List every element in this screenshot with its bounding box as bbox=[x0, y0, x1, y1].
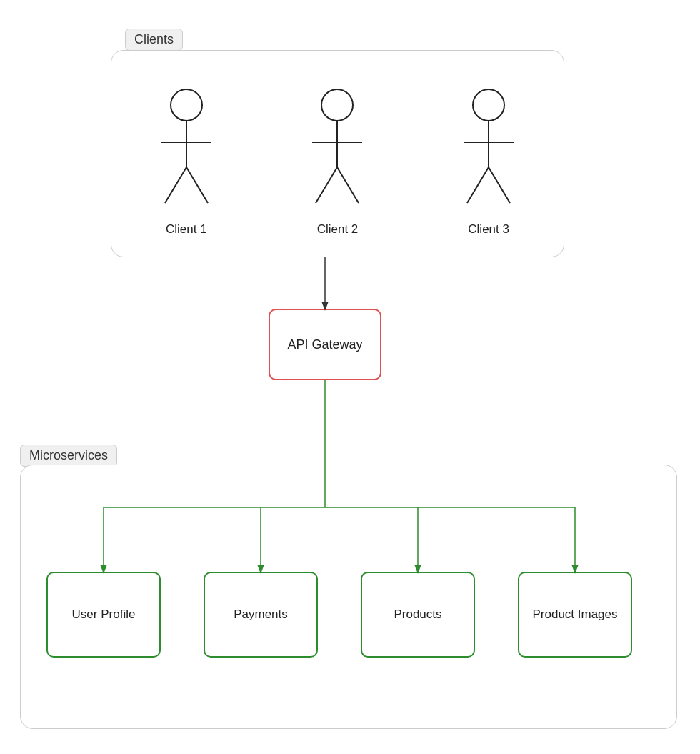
user-profile-label: User Profile bbox=[72, 607, 136, 622]
client-3-svg bbox=[456, 85, 521, 214]
service-payments: Payments bbox=[204, 572, 318, 658]
svg-point-5 bbox=[321, 89, 353, 121]
clients-label: Clients bbox=[125, 29, 183, 51]
svg-line-8 bbox=[316, 167, 337, 203]
diagram-container: Clients Client 1 bbox=[0, 0, 700, 754]
client-3-figure: Client 3 bbox=[456, 85, 521, 237]
product-images-label: Product Images bbox=[532, 607, 617, 622]
service-user-profile: User Profile bbox=[46, 572, 161, 658]
client-2-figure: Client 2 bbox=[305, 85, 369, 237]
service-product-images: Product Images bbox=[518, 572, 632, 658]
api-gateway-box: API Gateway bbox=[269, 309, 381, 380]
svg-line-3 bbox=[165, 167, 186, 203]
client-1-svg bbox=[154, 85, 219, 214]
client-1-figure: Client 1 bbox=[154, 85, 219, 237]
client-2-label: Client 2 bbox=[317, 222, 359, 237]
svg-line-4 bbox=[186, 167, 208, 203]
svg-point-10 bbox=[473, 89, 504, 121]
api-gateway-label: API Gateway bbox=[287, 337, 362, 352]
svg-point-0 bbox=[171, 89, 202, 121]
client-3-label: Client 3 bbox=[468, 222, 509, 237]
stick-figures-group: Client 1 Client 2 Client 3 bbox=[111, 57, 564, 264]
microservices-label: Microservices bbox=[20, 445, 117, 467]
payments-label: Payments bbox=[234, 607, 288, 622]
service-products: Products bbox=[361, 572, 475, 658]
client-1-label: Client 1 bbox=[166, 222, 207, 237]
svg-line-13 bbox=[467, 167, 489, 203]
svg-line-9 bbox=[337, 167, 359, 203]
svg-line-14 bbox=[489, 167, 510, 203]
products-label: Products bbox=[394, 607, 441, 622]
client-2-svg bbox=[305, 85, 369, 214]
